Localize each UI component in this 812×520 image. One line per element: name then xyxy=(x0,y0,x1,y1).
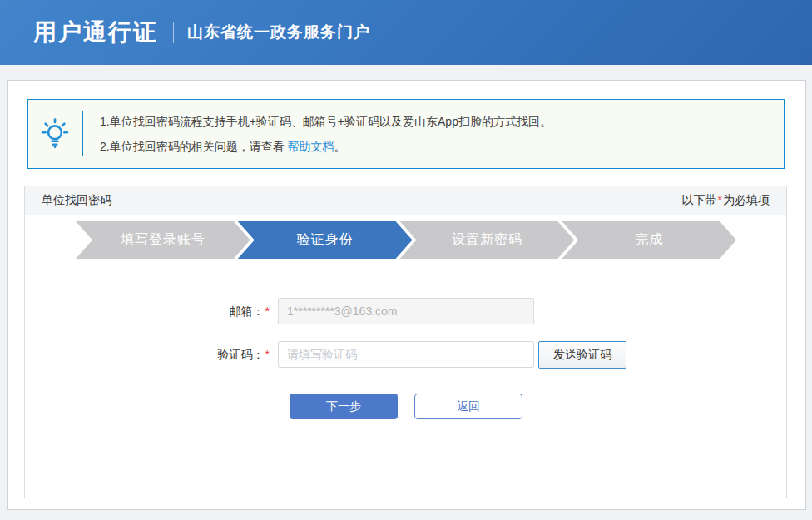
portal-subtitle: 山东省统一政务服务门户 xyxy=(187,22,370,43)
step-verify-identity: 验证身份 xyxy=(238,221,413,259)
code-label: 验证码：* xyxy=(42,341,270,368)
help-doc-link[interactable]: 帮助文档 xyxy=(288,140,334,153)
lightbulb-icon xyxy=(28,116,82,151)
email-required-star: * xyxy=(265,305,270,318)
required-note: 以下带*为必填项 xyxy=(682,193,770,208)
required-note-prefix: 以下带 xyxy=(682,193,717,206)
code-label-text: 验证码： xyxy=(218,348,265,361)
email-field xyxy=(278,298,534,324)
section-title: 单位找回密码 xyxy=(42,193,111,208)
tip-text: 1.单位找回密码流程支持手机+验证码、邮箱号+验证码以及爱山东App扫脸的方式找… xyxy=(83,109,552,159)
tip-line-2-text: 2.单位找回密码的相关问题，请查看 xyxy=(100,140,288,153)
next-step-button[interactable]: 下一步 xyxy=(290,394,398,419)
back-button[interactable]: 返回 xyxy=(414,394,522,419)
required-note-suffix: 为必填项 xyxy=(723,193,770,206)
form-panel: 单位找回密码 以下带*为必填项 填写登录账号 验证身份 设置新密码 完成 邮箱：… xyxy=(24,186,787,498)
verification-code-input[interactable] xyxy=(278,341,534,368)
header-divider xyxy=(173,22,174,43)
step-wizard: 填写登录账号 验证身份 设置新密码 完成 xyxy=(76,221,736,259)
page-header: 用户通行证 山东省统一政务服务门户 xyxy=(0,0,812,65)
step-complete: 完成 xyxy=(562,221,736,259)
tip-box: 1.单位找回密码流程支持手机+验证码、邮箱号+验证码以及爱山东App扫脸的方式找… xyxy=(27,99,785,169)
section-header-bar: 单位找回密码 以下带*为必填项 xyxy=(25,186,786,215)
step-fill-account: 填写登录账号 xyxy=(76,221,250,259)
email-label-text: 邮箱： xyxy=(230,305,265,318)
step-set-new-password: 设置新密码 xyxy=(400,221,575,259)
tip-line-2-suffix: 。 xyxy=(334,140,346,153)
send-code-button[interactable]: 发送验证码 xyxy=(538,341,626,369)
required-note-star: * xyxy=(718,193,722,206)
main-card: 1.单位找回密码流程支持手机+验证码、邮箱号+验证码以及爱山东App扫脸的方式找… xyxy=(7,80,806,510)
app-title: 用户通行证 xyxy=(33,17,158,48)
tip-line-1: 1.单位找回密码流程支持手机+验证码、邮箱号+验证码以及爱山东App扫脸的方式找… xyxy=(100,109,552,134)
email-label: 邮箱：* xyxy=(42,298,270,324)
code-required-star: * xyxy=(265,348,270,361)
tip-line-2: 2.单位找回密码的相关问题，请查看 帮助文档。 xyxy=(100,134,552,159)
